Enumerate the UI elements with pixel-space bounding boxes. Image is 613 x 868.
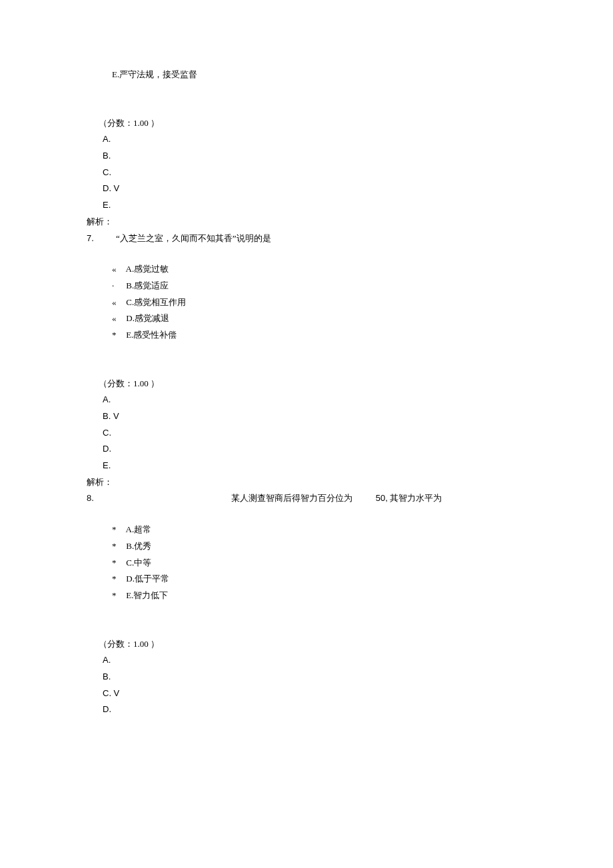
bullet-icon: * — [112, 555, 124, 572]
option-text: B.感觉适应 — [126, 280, 169, 290]
option-text: A.超常 — [126, 524, 152, 534]
q7-option-b: · B.感觉适应 — [87, 278, 526, 294]
option-text: B.优秀 — [126, 541, 151, 551]
bullet-icon: « — [112, 294, 124, 311]
bullet-icon: * — [112, 327, 124, 344]
q7-answer-b: B. V — [87, 408, 526, 425]
bullet-icon: * — [112, 588, 124, 604]
q8-answer-c: C. V — [87, 685, 526, 702]
q7-stem-row: 7. “入芝兰之室，久闻而不知其香”说明的是 — [87, 230, 526, 247]
q8-stem-mid: 50, — [376, 493, 388, 503]
q8-answer-b: B. — [87, 669, 526, 685]
option-text: E.感受性补偿 — [126, 330, 177, 340]
q6-answer-d: D. V — [87, 181, 526, 197]
q7-answer-c: C. — [87, 425, 526, 442]
option-text: D.感觉减退 — [126, 313, 169, 323]
q7-number: 7. — [87, 230, 116, 247]
bullet-icon: « — [112, 310, 124, 327]
q8-option-d: * D.低于平常 — [87, 571, 526, 588]
q8-stem: 某人测查智商后得智力百分位为 50, 其智力水平为 — [116, 490, 442, 507]
q8-number: 8. — [87, 490, 116, 507]
option-text: E.智力低下 — [126, 590, 168, 600]
q8-stem-row: 8. 某人测查智商后得智力百分位为 50, 其智力水平为 — [87, 490, 526, 507]
q8-answer-a: A. — [87, 652, 526, 669]
spacer — [87, 246, 526, 261]
q6-analysis: 解析： — [87, 214, 526, 230]
option-text: A.感觉过敏 — [126, 264, 169, 274]
q8-option-a: * A.超常 — [87, 522, 526, 538]
spacer — [87, 344, 526, 376]
q7-option-d: « D.感觉减退 — [87, 310, 526, 327]
spacer — [87, 507, 526, 522]
document-page: E.严守法规，接受监督 （分数：1.00 ） A. B. C. D. V E. … — [0, 0, 613, 758]
q7-score: （分数：1.00 ） — [87, 376, 526, 392]
q7-option-a: « A.感觉过敏 — [87, 261, 526, 278]
q6-answer-b: B. — [87, 148, 526, 165]
q7-answer-a: A. — [87, 392, 526, 408]
bullet-icon: « — [112, 261, 124, 278]
q8-score: （分数：1.00 ） — [87, 636, 526, 653]
option-text: C.中等 — [126, 558, 151, 568]
q8-option-e: * E.智力低下 — [87, 588, 526, 604]
q8-option-b: * B.优秀 — [87, 538, 526, 555]
spacer — [87, 604, 526, 636]
q7-option-c: « C.感觉相互作用 — [87, 294, 526, 311]
q6-answer-c: C. — [87, 165, 526, 181]
q6-answer-e: E. — [87, 197, 526, 214]
q7-stem: “入芝兰之室，久闻而不知其香”说明的是 — [116, 230, 271, 247]
q6-option-e: E.严守法规，接受监督 — [87, 67, 526, 83]
q8-stem-right: 其智力水平为 — [390, 493, 442, 503]
bullet-icon: · — [112, 278, 124, 294]
q6-answer-a: A. — [87, 131, 526, 148]
option-text: D.低于平常 — [126, 574, 169, 584]
q7-answer-d: D. — [87, 441, 526, 458]
option-text: C.感觉相互作用 — [126, 297, 186, 307]
spacer — [87, 83, 526, 115]
q8-stem-left: 某人测查智商后得智力百分位为 — [231, 493, 352, 503]
option-text: E.严守法规，接受监督 — [112, 69, 197, 79]
bullet-icon: * — [112, 538, 124, 555]
q7-answer-e: E. — [87, 458, 526, 474]
q8-option-c: * C.中等 — [87, 555, 526, 572]
q7-analysis: 解析： — [87, 474, 526, 491]
q7-option-e: * E.感受性补偿 — [87, 327, 526, 344]
bullet-icon: * — [112, 522, 124, 538]
q8-answer-d: D. — [87, 701, 526, 718]
bullet-icon: * — [112, 571, 124, 588]
q6-score: （分数：1.00 ） — [87, 115, 526, 132]
